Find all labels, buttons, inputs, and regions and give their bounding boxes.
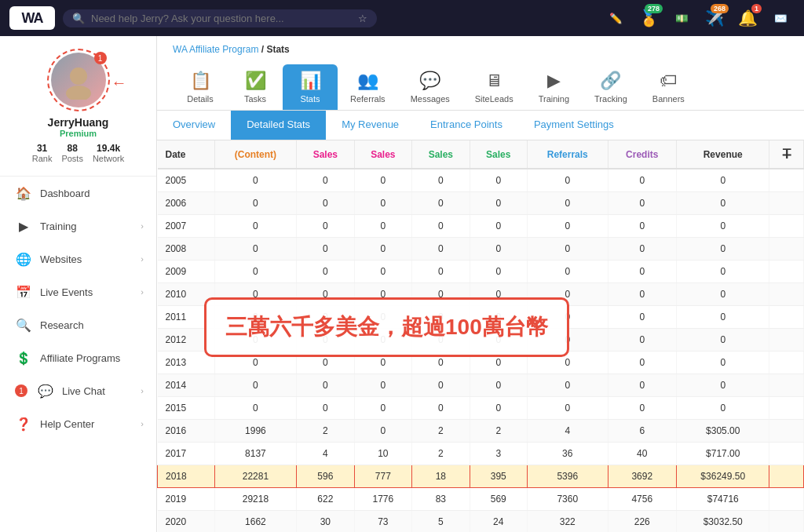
sidebar-nav: 🏠 Dashboard ▶ Training › 🌐 Websites › 📅 …	[0, 177, 156, 532]
user-notification-badge: 1	[94, 52, 107, 64]
tab-messages[interactable]: 💬 Messages	[398, 64, 462, 110]
tab-training-label: Training	[539, 94, 569, 104]
edit-icon-button[interactable]: ✏️	[601, 4, 630, 32]
home-icon: 🏠	[15, 184, 32, 202]
chevron-right-icon: ›	[141, 386, 144, 395]
arrow-icon: ←	[111, 74, 127, 92]
siteleads-tab-icon: 🖥	[485, 71, 502, 91]
icon-tab-bar: 📋 Details ✅ Tasks 📊 Stats 👥 Referrals 💬 …	[157, 58, 804, 111]
tab-details[interactable]: 📋 Details	[173, 64, 228, 110]
table-row: 2018222815967771839553963692$36249.50	[158, 465, 804, 488]
tab-tracking[interactable]: 🔗 Tracking	[582, 64, 640, 110]
live-chat-icon: 💬	[37, 382, 54, 399]
breadcrumb-current: Stats	[266, 44, 289, 55]
tab-training[interactable]: ▶ Training	[526, 64, 582, 110]
tab-details-label: Details	[187, 94, 214, 104]
table-row: 200500000000	[158, 169, 804, 192]
sidebar-item-websites[interactable]: 🌐 Websites ›	[0, 242, 156, 275]
wa-badge-count: 278	[645, 4, 663, 13]
col-header-credits: Credits	[608, 140, 676, 169]
tab-stats[interactable]: 📊 Stats	[283, 64, 338, 110]
overlay-annotation: 三萬六千多美金，超過100萬台幣	[204, 297, 569, 357]
tab-tasks-label: Tasks	[244, 94, 266, 104]
live-events-icon: 📅	[15, 283, 32, 301]
col-header-sales3: Sales	[412, 140, 470, 169]
sidebar-item-help-center[interactable]: ❓ Help Center ›	[0, 407, 156, 440]
top-navbar: WA 🔍 ☆ ✏️ 🏅 278 💵 ✈️ 268 🔔 1 ✉️	[0, 0, 804, 36]
user-card: 1 ← JerryHuang Premium 31 Rank 88 Posts …	[0, 36, 156, 177]
tab-siteleads[interactable]: 🖥 SiteLeads	[462, 64, 526, 110]
tab-siteleads-label: SiteLeads	[475, 94, 513, 104]
help-icon: ❓	[15, 415, 32, 432]
sidebar-label-affiliate-programs: Affiliate Programs	[40, 352, 120, 364]
tab-tasks[interactable]: ✅ Tasks	[228, 64, 283, 110]
sidebar-item-live-events[interactable]: 📅 Live Events ›	[0, 275, 156, 308]
mail-button[interactable]: ✉️	[766, 4, 795, 32]
research-icon: 🔍	[15, 316, 32, 333]
sidebar-label-dashboard: Dashboard	[40, 188, 90, 199]
user-tier: Premium	[60, 129, 97, 138]
tab-referrals-label: Referrals	[350, 94, 386, 104]
table-row: 200900000000	[158, 261, 804, 283]
details-tab-icon: 📋	[190, 71, 211, 91]
user-posts: 88 Posts	[61, 143, 83, 163]
search-icon: 🔍	[72, 13, 85, 24]
tab-banners-label: Banners	[652, 94, 685, 104]
travel-button[interactable]: ✈️ 268	[700, 4, 729, 32]
table-row: 201500000000	[158, 397, 804, 420]
sub-tab-entrance-points[interactable]: Entrance Points	[415, 111, 518, 140]
user-rank: 31 Rank	[32, 143, 53, 163]
content-area: WA Affiliate Program / Stats 📋 Details ✅…	[157, 36, 804, 532]
sub-tab-overview[interactable]: Overview	[157, 111, 231, 140]
sub-tab-detailed-stats[interactable]: Detailed Stats	[231, 111, 326, 140]
chevron-right-icon: ›	[141, 254, 144, 264]
avatar-wrapper: 1	[47, 49, 110, 111]
travel-badge-count: 268	[711, 4, 729, 13]
sidebar-label-live-events: Live Events	[40, 286, 93, 298]
wa-badge-button[interactable]: 🏅 278	[634, 4, 663, 32]
chevron-right-icon: ›	[141, 287, 144, 297]
tab-banners[interactable]: 🏷 Banners	[640, 64, 697, 110]
table-row: 201400000000	[158, 374, 804, 397]
sidebar-item-live-chat[interactable]: 1 💬 Live Chat ›	[0, 374, 156, 407]
table-row: 20178137410233640$717.00	[158, 443, 804, 465]
tracking-tab-icon: 🔗	[600, 71, 621, 91]
notification-badge-count: 1	[751, 4, 762, 13]
affiliate-icon: 💲	[15, 349, 32, 366]
col-header-sales1: Sales	[297, 140, 354, 169]
breadcrumb-parent[interactable]: WA Affiliate Program	[173, 44, 258, 55]
table-row: 20161996202246$305.00	[158, 420, 804, 443]
sidebar-item-dashboard[interactable]: 🏠 Dashboard	[0, 177, 156, 210]
tab-stats-label: Stats	[300, 94, 320, 104]
dollar-button[interactable]: 💵	[667, 4, 696, 32]
training-tab-icon: ▶	[547, 71, 561, 91]
tab-referrals[interactable]: 👥 Referrals	[338, 64, 398, 110]
sidebar-label-research: Research	[40, 319, 84, 331]
sidebar-label-help-center: Help Center	[40, 418, 94, 430]
breadcrumb: WA Affiliate Program / Stats	[157, 36, 804, 58]
referrals-tab-icon: 👥	[357, 71, 378, 91]
sidebar-label-training: Training	[40, 220, 76, 232]
col-header-t[interactable]: T̶	[769, 140, 804, 169]
user-stats: 31 Rank 88 Posts 19.4k Network	[32, 143, 125, 163]
table-row: 20192921862217768356973604756$74716	[158, 488, 804, 511]
chevron-right-icon: ›	[141, 419, 144, 428]
svg-point-1	[66, 86, 91, 100]
table-row: 200600000000	[158, 192, 804, 215]
tab-tracking-label: Tracking	[594, 94, 627, 104]
t-format-icon[interactable]: T̶	[783, 148, 791, 161]
notification-button[interactable]: 🔔 1	[733, 4, 762, 32]
sub-tab-payment-settings[interactable]: Payment Settings	[518, 111, 630, 140]
sub-tab-bar: Overview Detailed Stats My Revenue Entra…	[157, 111, 804, 140]
sidebar-item-training[interactable]: ▶ Training ›	[0, 210, 156, 242]
sidebar-item-affiliate-programs[interactable]: 💲 Affiliate Programs	[0, 341, 156, 374]
col-header-date: Date	[158, 140, 215, 169]
live-chat-badge: 1	[15, 384, 27, 397]
websites-icon: 🌐	[15, 250, 32, 268]
sidebar-item-research[interactable]: 🔍 Research	[0, 308, 156, 341]
col-header-sales2: Sales	[354, 140, 411, 169]
search-bar[interactable]: 🔍 ☆	[63, 9, 377, 27]
svg-point-0	[70, 67, 87, 85]
search-input[interactable]	[91, 13, 352, 24]
sub-tab-my-revenue[interactable]: My Revenue	[326, 111, 415, 140]
